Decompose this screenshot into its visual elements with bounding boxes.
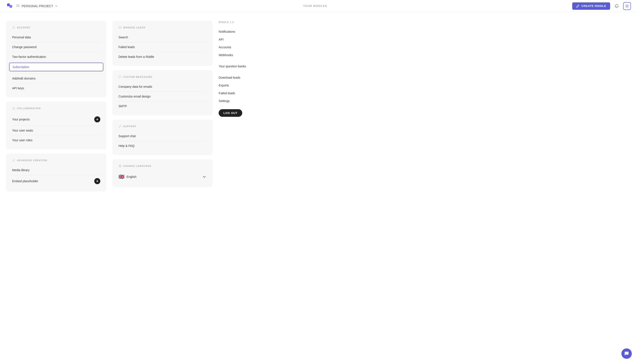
- language-name: English: [126, 175, 136, 178]
- svg-point-5: [18, 6, 19, 7]
- advanced-creation-title: ADVANCED CREATION: [12, 159, 100, 162]
- collaboration-item-user-roles[interactable]: Your user roles: [12, 136, 100, 144]
- svg-point-6: [626, 6, 628, 6]
- riddle-10-item-notifications[interactable]: Notifications: [218, 28, 319, 36]
- support-card: SUPPORT Support chat Help & FAQ: [112, 120, 213, 155]
- divider: [118, 141, 207, 141]
- plus-icon: [96, 118, 99, 121]
- main-content: ACCOUNT Personal data Change password Tw…: [0, 12, 325, 200]
- custom-messaging-card: CUSTOM MESSAGING Company data for emails…: [112, 70, 213, 115]
- custom-messaging-item-company[interactable]: Company data for emails: [118, 83, 207, 90]
- account-item-personal-data[interactable]: Personal data: [12, 33, 100, 41]
- left-column: ACCOUNT Personal data Change password Tw…: [6, 21, 106, 192]
- middle-column: MANAGE LEADS Search Failed leads Delete …: [112, 21, 213, 192]
- chat-icon: [118, 76, 122, 78]
- header-right: CREATE RIDDLE: [572, 2, 631, 10]
- riddle-10-item-question-banks[interactable]: Your question banks: [218, 62, 319, 70]
- advanced-creation-card: ADVANCED CREATION Media library Embed pl…: [6, 154, 106, 192]
- language-flag: 🇬🇧: [118, 174, 124, 180]
- svg-point-9: [14, 108, 15, 108]
- divider: [118, 101, 207, 102]
- app-header: PERSONAL PROJECT YOUR RIDDLES CREATE RID…: [0, 0, 637, 12]
- project-selector[interactable]: PERSONAL PROJECT: [16, 4, 58, 8]
- account-item-change-password[interactable]: Change password: [12, 43, 100, 51]
- advanced-creation-item-media[interactable]: Media library: [12, 166, 100, 174]
- svg-point-7: [13, 26, 14, 28]
- bell-icon: [614, 4, 619, 8]
- manage-leads-item-delete[interactable]: Delete leads from a Riddle: [118, 53, 207, 61]
- account-item-subscription[interactable]: Subscription: [9, 62, 103, 71]
- support-title: SUPPORT: [118, 125, 207, 128]
- support-item-faq[interactable]: Help & FAQ: [118, 142, 207, 150]
- change-language-title: CHANGE LANGUAGE: [118, 164, 207, 168]
- svg-point-4: [17, 6, 18, 7]
- svg-point-8: [12, 108, 14, 108]
- chevron-down-icon: [55, 4, 58, 8]
- riddle-10-item-api[interactable]: API: [218, 36, 319, 43]
- pencil-icon: [12, 159, 15, 162]
- riddle-10-item-settings[interactable]: Settings: [218, 97, 319, 105]
- nav-title: YOUR RIDDLES: [303, 4, 327, 8]
- riddle-10-item-webhooks[interactable]: Webhooks: [218, 51, 319, 59]
- right-column: RIDDLE 1.0 Notifications API Accounts We…: [218, 21, 319, 192]
- change-language-card: CHANGE LANGUAGE 🇬🇧 English: [112, 159, 213, 187]
- language-selector[interactable]: 🇬🇧 English: [118, 172, 207, 182]
- svg-point-3: [18, 4, 19, 6]
- add-project-button[interactable]: [94, 116, 100, 122]
- account-title: ACCOUNT: [12, 26, 100, 29]
- custom-messaging-title: CUSTOM MESSAGING: [118, 76, 207, 78]
- divider: [12, 52, 100, 52]
- collaboration-title: COLLABORATION: [12, 107, 100, 110]
- riddle-10-item-download-leads[interactable]: Download leads: [218, 74, 319, 82]
- account-card: ACCOUNT Personal data Change password Tw…: [6, 21, 106, 97]
- envelope-icon: [118, 26, 122, 29]
- notifications-button[interactable]: [613, 2, 620, 10]
- divider: [12, 135, 100, 136]
- edit-icon: [576, 4, 580, 8]
- riddle-10-item-accounts[interactable]: Accounts: [218, 43, 319, 51]
- plus-icon: [96, 180, 99, 183]
- manage-leads-card: MANAGE LEADS Search Failed leads Delete …: [112, 21, 213, 66]
- logout-button[interactable]: LOG OUT: [218, 109, 242, 117]
- account-item-domains[interactable]: Add/edit domains: [12, 74, 100, 82]
- project-name: PERSONAL PROJECT: [22, 4, 53, 8]
- chevron-down-icon: [202, 175, 206, 179]
- globe-icon: [118, 164, 122, 168]
- account-item-api-keys[interactable]: API keys: [12, 84, 100, 92]
- create-riddle-label: CREATE RIDDLE: [581, 4, 606, 8]
- riddle-10-item-exports[interactable]: Exports: [218, 82, 319, 89]
- custom-messaging-item-email-design[interactable]: Customize email design: [118, 92, 207, 100]
- manage-leads-item-search[interactable]: Search: [118, 33, 207, 41]
- custom-messaging-item-smtp[interactable]: SMTP: [118, 102, 207, 110]
- collaboration-item-projects[interactable]: Your projects: [12, 114, 100, 124]
- svg-rect-10: [119, 27, 121, 28]
- logo-icon[interactable]: [6, 2, 14, 10]
- riddle-10-title: RIDDLE 1.0: [218, 21, 319, 24]
- svg-point-2: [17, 4, 18, 6]
- advanced-creation-item-embed[interactable]: Embed placeholder: [12, 176, 100, 186]
- divider: [118, 42, 207, 42]
- riddle-10-item-failed-leads[interactable]: Failed leads: [218, 89, 319, 97]
- account-icon: [12, 26, 15, 29]
- divider: [118, 52, 207, 52]
- support-item-chat[interactable]: Support chat: [118, 132, 207, 140]
- divider: [12, 42, 100, 42]
- account-item-2fa[interactable]: Two-factor authentication: [12, 53, 100, 61]
- manage-leads-item-failed[interactable]: Failed leads: [118, 43, 207, 51]
- add-embed-button[interactable]: [94, 178, 100, 184]
- settings-button[interactable]: [623, 2, 631, 10]
- divider: [118, 92, 207, 92]
- divider: [12, 62, 100, 62]
- divider: [12, 175, 100, 175]
- gear-icon: [625, 4, 629, 8]
- divider: [12, 126, 100, 126]
- wrench-icon: [118, 125, 122, 128]
- header-left: PERSONAL PROJECT: [6, 2, 58, 10]
- create-riddle-button[interactable]: CREATE RIDDLE: [572, 2, 610, 10]
- svg-rect-1: [9, 5, 12, 8]
- project-selector-icon: [16, 4, 20, 8]
- divider: [12, 74, 100, 74]
- collaboration-card: COLLABORATION Your projects Your user se…: [6, 102, 106, 149]
- collaboration-item-user-seats[interactable]: Your user seats: [12, 126, 100, 134]
- divider: [12, 83, 100, 84]
